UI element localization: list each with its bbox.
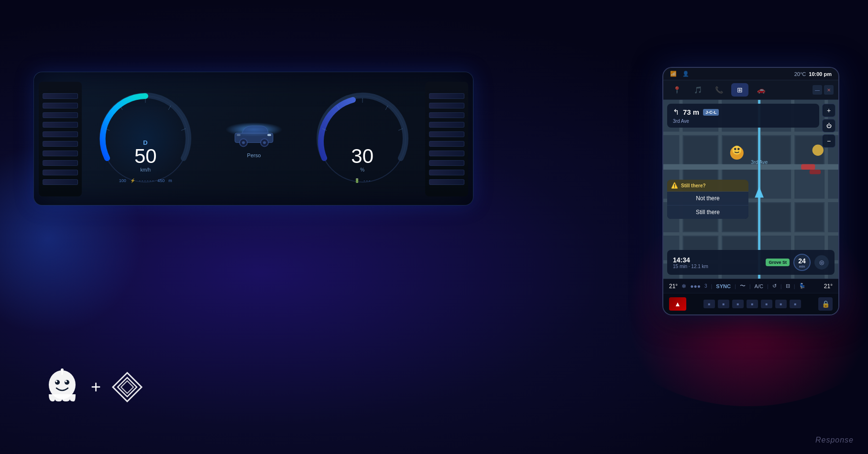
- battery-gauge-svg: [315, 91, 410, 187]
- bottom-icon-row: ■ ■ ■ ■ ■ ■ ■: [703, 300, 801, 308]
- topbar-left: 📶 👤: [670, 71, 689, 77]
- dashboard-panel: D 50 km/h 100 ⚡ - - - - - - 450 m: [33, 72, 473, 205]
- bottom-icon-2[interactable]: ■: [718, 300, 729, 308]
- nav-header: ↰ 73 m J-C-L 3rd Ave: [667, 104, 819, 128]
- temp-left: 21°: [669, 283, 678, 290]
- bottom-icon-5[interactable]: ■: [761, 300, 772, 308]
- svg-point-10: [263, 141, 266, 144]
- temperature-display: 20°C: [794, 71, 806, 77]
- right-vent: [425, 82, 468, 196]
- signal-icon: 📶: [670, 71, 677, 77]
- compass-button[interactable]: ◎: [814, 255, 829, 270]
- bottom-icon-1[interactable]: ■: [703, 300, 715, 308]
- svg-point-46: [732, 146, 741, 155]
- plus-sign: +: [91, 377, 101, 397]
- fan-level: ●●●: [690, 283, 701, 290]
- vent-slot: [429, 112, 464, 118]
- svg-rect-12: [237, 134, 241, 136]
- battery-value: 30: [351, 146, 374, 166]
- renault-logo: [110, 370, 144, 404]
- time-display: 10:00 pm: [809, 71, 832, 77]
- svg-text:3rd Ave: 3rd Ave: [751, 159, 768, 165]
- bottom-icon-3[interactable]: ■: [732, 300, 744, 308]
- tab-music[interactable]: 🎵: [689, 83, 706, 97]
- sep4: |: [767, 283, 769, 289]
- vent-slot: [429, 179, 464, 185]
- seat-icon: 💺: [799, 283, 806, 289]
- bottom-icon-4[interactable]: ■: [747, 300, 758, 308]
- svg-point-9: [242, 141, 245, 144]
- vent-slot: [43, 151, 78, 156]
- grove-badge: Grove St: [766, 259, 790, 266]
- power-button[interactable]: ⏻: [822, 119, 835, 132]
- eta-info: 14:34 15 min · 12.1 km: [673, 256, 762, 269]
- sync-label: SYNC: [716, 283, 731, 289]
- window-controls: — ✕: [813, 85, 834, 95]
- bottom-icon-7[interactable]: ■: [790, 300, 801, 308]
- vent-slot: [429, 141, 464, 147]
- svg-point-55: [55, 380, 57, 382]
- battery-status: - - -: [363, 178, 370, 183]
- alert-text: Still there?: [681, 183, 706, 188]
- nav-distance: ↰ 73 m J-C-L: [673, 108, 813, 117]
- zoom-out-button[interactable]: −: [822, 134, 835, 148]
- bottom-icon-6[interactable]: ■: [775, 300, 787, 308]
- nav-street-name: 3rd Ave: [673, 119, 813, 124]
- nav-distance-text: 73 m: [683, 108, 699, 116]
- fan-number: 3: [704, 283, 707, 289]
- distance-value: 450: [157, 178, 165, 183]
- vent-slot: [43, 160, 78, 166]
- range-value: 100: [119, 178, 126, 183]
- speed-display: D 50 km/h: [134, 139, 157, 173]
- phone-topbar: 📶 👤 20°C 10:00 pm: [663, 68, 838, 80]
- vent-slot: [43, 112, 78, 118]
- watermark: Response: [815, 436, 854, 444]
- map-controls: + ⏻ −: [822, 104, 835, 148]
- lock-button[interactable]: 🔒: [818, 297, 833, 311]
- battery-unit: %: [351, 167, 374, 173]
- center-car-display: Perso: [216, 91, 292, 187]
- speed-unit: km/h: [134, 167, 157, 173]
- still-there-button[interactable]: Still there: [667, 205, 748, 219]
- eta-bar: 14:34 15 min · 12.1 km Grove St 24 min ◎: [667, 250, 835, 275]
- vent-slot: [43, 179, 78, 185]
- vent-slot: [429, 160, 464, 166]
- sep5: |: [780, 283, 782, 289]
- hazard-button[interactable]: ▲: [669, 297, 686, 311]
- topbar-right: 20°C 10:00 pm: [794, 71, 832, 77]
- alert-header: ⚠️ Still there?: [667, 180, 748, 192]
- tab-grid[interactable]: ⊞: [731, 83, 748, 97]
- ac-label: A/C: [755, 283, 763, 289]
- svg-point-47: [734, 148, 736, 151]
- zoom-in-button[interactable]: +: [822, 104, 835, 117]
- waze-logo: [43, 368, 81, 406]
- climate-bar: 21° ❄ ●●● 3 | SYNC | 〜 | A/C | ↺ | ⊟ | 💺…: [663, 279, 838, 293]
- vent-slot: [43, 122, 78, 128]
- tab-phone[interactable]: 📞: [710, 83, 727, 97]
- vent-slot: [43, 141, 78, 147]
- range-icon: ⚡: [130, 178, 135, 183]
- svg-point-54: [65, 380, 69, 385]
- distance-unit: m: [168, 178, 172, 183]
- tab-car[interactable]: 🚗: [752, 83, 769, 97]
- fan-icon: ❄: [681, 283, 686, 290]
- dashboard-inner: D 50 km/h 100 ⚡ - - - - - - 450 m: [34, 72, 473, 205]
- vent-slot: [429, 151, 464, 156]
- eta-duration: 15 min · 12.1 km: [673, 264, 762, 269]
- not-there-button[interactable]: Not there: [667, 192, 748, 205]
- minimize-btn[interactable]: —: [813, 85, 822, 95]
- map-container: 3rd Ave ↰ 73 m J-C-L: [663, 100, 838, 279]
- battery-icon: 🔋: [354, 178, 360, 183]
- vent-slot: [429, 103, 464, 108]
- gauge-area: D 50 km/h 100 ⚡ - - - - - - 450 m: [87, 82, 421, 196]
- vent-slot: [43, 131, 78, 137]
- center-label: Perso: [247, 152, 261, 158]
- close-btn[interactable]: ✕: [824, 85, 834, 95]
- vent-slot: [43, 103, 78, 108]
- logos-area: +: [43, 368, 144, 406]
- tab-location[interactable]: 📍: [668, 83, 685, 97]
- svg-point-56: [65, 380, 67, 382]
- nav-street-tag: J-C-L: [703, 109, 719, 116]
- battery-bottom-info: 🔋 - - -: [354, 178, 370, 183]
- svg-rect-49: [801, 164, 815, 170]
